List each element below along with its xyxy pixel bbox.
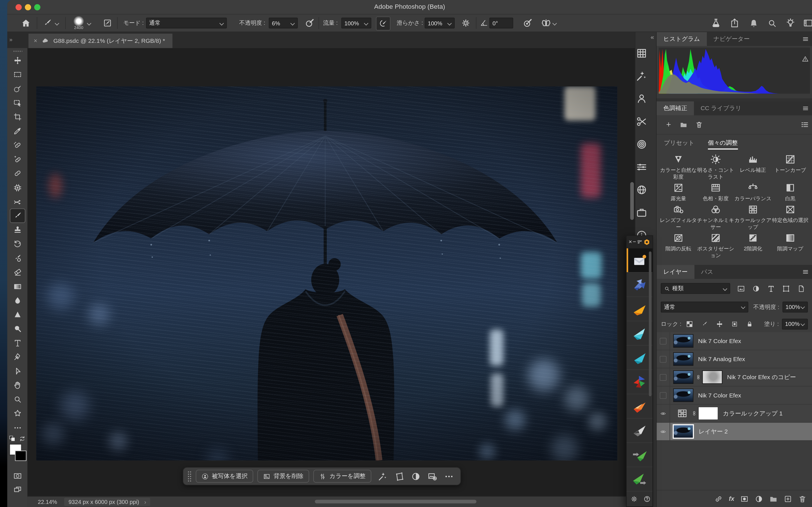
custom-shape-tool[interactable] xyxy=(10,407,24,420)
pen-tool[interactable] xyxy=(10,350,24,364)
adjustment-cur[interactable]: トーンカーブ xyxy=(772,154,809,180)
history-brush-tool[interactable] xyxy=(10,237,24,251)
default-colors-icon[interactable] xyxy=(8,435,15,442)
tab-adjustments[interactable]: 色調補正 xyxy=(657,101,694,115)
brush-preset-picker[interactable]: 2400 xyxy=(73,14,91,32)
layer-thumbnail[interactable] xyxy=(673,334,694,348)
edit-toolbar-tool[interactable] xyxy=(10,421,24,435)
trash-icon[interactable] xyxy=(695,121,703,129)
visibility-toggle[interactable] xyxy=(657,423,670,440)
adjustment-pos[interactable]: ポスタリゼーション xyxy=(697,232,734,259)
clone-stamp-tool[interactable] xyxy=(10,223,24,237)
tool-preset-button[interactable] xyxy=(43,14,59,32)
zoom-level[interactable]: 22.14% xyxy=(38,499,57,505)
nik-sharpener-raw-item[interactable] xyxy=(626,443,652,467)
mixer-brush-tool[interactable] xyxy=(10,251,24,265)
task-button[interactable]: カラーを調整 xyxy=(313,470,371,483)
adjustment-bal[interactable]: カラーバランス xyxy=(734,182,771,202)
subtab-presets[interactable]: プリセット xyxy=(664,135,695,152)
adjustment-bri[interactable]: 明るさ・コントラスト xyxy=(697,154,734,180)
blend-mode-select[interactable]: 通常 xyxy=(146,17,227,29)
quick-mask-button[interactable] xyxy=(10,469,24,483)
generative-fill-tool[interactable] xyxy=(10,181,24,194)
filter-image-icon[interactable] xyxy=(737,284,745,292)
warning-icon[interactable] xyxy=(802,55,809,63)
layer-row[interactable]: レイヤー 2 xyxy=(657,423,812,441)
adjustment-bw[interactable]: 白黒 xyxy=(772,182,809,202)
layer-thumbnail[interactable] xyxy=(673,424,694,439)
gradient-tool[interactable] xyxy=(10,280,24,293)
more-icon[interactable] xyxy=(444,471,454,482)
adjustment-exp[interactable]: 露光量 xyxy=(660,182,697,202)
adjustment-icon[interactable] xyxy=(410,471,421,482)
adjustment-inv[interactable]: 階調の反転 xyxy=(660,232,697,259)
close-icon[interactable]: × xyxy=(629,239,632,245)
new-group-icon[interactable] xyxy=(769,494,778,503)
object-selection-tool[interactable] xyxy=(10,96,24,110)
collapse-panels-chevrons[interactable]: « xyxy=(636,32,656,42)
sliders-panel-icon[interactable] xyxy=(636,161,648,173)
visibility-toggle[interactable] xyxy=(657,386,670,404)
filter-type-icon[interactable] xyxy=(767,284,775,292)
sphere-panel-icon[interactable] xyxy=(636,184,648,196)
sparkle-wand-icon[interactable] xyxy=(377,471,388,482)
swap-colors-icon[interactable] xyxy=(18,435,26,443)
magic-wand-panel-icon[interactable] xyxy=(636,70,648,82)
blur-tool[interactable] xyxy=(10,294,24,307)
lock-pixels-icon[interactable] xyxy=(701,320,709,328)
eraser-tool[interactable] xyxy=(10,266,24,279)
adjustment-vib[interactable]: カラーと自然な彩度 xyxy=(660,154,697,180)
selection-brush-tool[interactable] xyxy=(10,82,24,96)
lock-all-icon[interactable] xyxy=(746,320,754,328)
adjustment-gmap[interactable]: 階調マップ xyxy=(772,232,809,259)
layer-row[interactable]: Nik 7 Color Efex xyxy=(657,386,812,404)
lock-transparency-icon[interactable] xyxy=(686,320,694,328)
filter-smart-object-icon[interactable] xyxy=(797,284,805,292)
minimize-icon[interactable]: − xyxy=(633,239,636,245)
move-tool[interactable] xyxy=(10,54,24,67)
adjustment-mix[interactable]: チャンネルミキサー xyxy=(697,204,734,230)
tab-histogram[interactable]: ヒストグラム xyxy=(657,32,707,46)
task-button[interactable]: 背景を削除 xyxy=(257,470,309,483)
screen-mode-button[interactable] xyxy=(10,483,24,497)
hand-tool[interactable] xyxy=(10,379,24,392)
panel-grid-icon[interactable] xyxy=(636,47,648,59)
notifications-button[interactable] xyxy=(748,14,759,32)
share-button[interactable] xyxy=(729,14,740,32)
panel-options-icon[interactable] xyxy=(637,239,642,245)
opacity-select[interactable]: 6% xyxy=(269,17,298,29)
path-selection-tool[interactable] xyxy=(10,364,24,378)
tab-cc-libraries[interactable]: CC ライブラリ xyxy=(694,101,748,115)
layer-thumbnail[interactable] xyxy=(673,352,694,366)
lock-position-icon[interactable] xyxy=(716,320,723,328)
briefcase-panel-icon[interactable] xyxy=(636,207,648,219)
rectangular-marquee-tool[interactable] xyxy=(10,68,24,81)
pressure-opacity-button[interactable] xyxy=(305,14,315,32)
pressure-size-button[interactable] xyxy=(522,14,534,32)
home-button[interactable] xyxy=(20,14,31,32)
smoothing-options-button[interactable] xyxy=(461,14,471,32)
tab-paths[interactable]: パス xyxy=(695,265,720,279)
vertical-scrollbar[interactable] xyxy=(630,182,634,220)
list-view-icon[interactable] xyxy=(801,121,809,129)
visibility-toggle[interactable] xyxy=(657,332,670,349)
settings-gear-icon[interactable] xyxy=(630,495,638,503)
symmetry-button[interactable] xyxy=(541,14,557,32)
layer-mask-thumbnail[interactable] xyxy=(698,407,718,420)
task-bar-drag-handle[interactable] xyxy=(188,471,192,482)
delete-layer-icon[interactable] xyxy=(798,494,807,503)
flow-select[interactable]: 100% xyxy=(341,17,371,29)
layer-row[interactable]: Nik 7 Color Efex のコピー xyxy=(657,369,812,386)
folder-icon[interactable] xyxy=(679,121,688,129)
zoom-tool[interactable] xyxy=(10,393,24,406)
filter-frame-icon[interactable] xyxy=(782,284,790,292)
help-icon[interactable] xyxy=(643,495,651,503)
link-layers-icon[interactable] xyxy=(714,494,723,503)
layer-thumbnail[interactable] xyxy=(673,371,694,384)
dodge-tool[interactable] xyxy=(10,322,24,336)
search-button[interactable] xyxy=(767,14,777,32)
airbrush-toggle[interactable] xyxy=(376,17,390,31)
tab-navigator[interactable]: ナビゲーター xyxy=(707,32,756,46)
toggle-brush-settings-button[interactable] xyxy=(103,14,112,32)
layer-thumbnail[interactable] xyxy=(673,388,694,402)
